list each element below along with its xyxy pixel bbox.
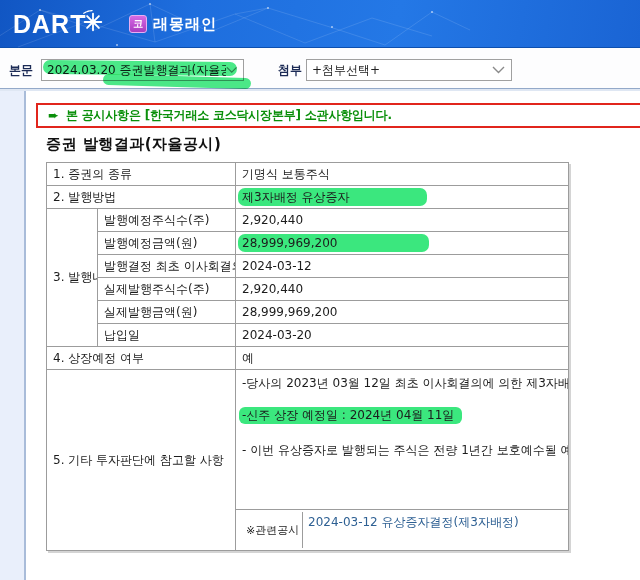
highlighted-value: 제3자배정 유상증자 — [238, 188, 427, 206]
dart-header-banner: DART 코 래몽래인 — [0, 0, 640, 48]
row-sublabel: 발행결정 최초 이사회결의일 — [98, 255, 236, 278]
dart-logo-swirl-icon — [81, 10, 105, 34]
related-disclosure-link[interactable]: 2024-03-12 유상증자결정(제3자배정) — [303, 512, 562, 548]
attachment-dropdown[interactable]: +첨부선택+ — [306, 59, 512, 81]
disclosure-table: 1. 증권의 종류 기명식 보통주식 2. 발행방법 제3자배정 유상증자 3.… — [46, 162, 569, 551]
notice-arrow-icon: ➨ — [48, 108, 59, 123]
other-notes-cell: -당사의 2023년 03월 12일 최초 이사회결의에 의한 제3자배정 유상… — [236, 370, 569, 510]
jurisdiction-notice-text: 본 공시사항은 [한국거래소 코스닥시장본부] 소관사항입니다. — [66, 107, 392, 124]
left-frame-strip — [0, 91, 26, 580]
document-selector-bar: 본문 2024.03.20 증권발행결과(자율공시) 첨부 +첨부선택+ — [0, 48, 640, 89]
table-row: 발행예정금액(원) 28,999,969,200 — [47, 232, 569, 255]
jurisdiction-notice-box: ➨ 본 공시사항은 [한국거래소 코스닥시장본부] 소관사항입니다. — [36, 103, 640, 128]
table-row: 3. 발행내역 발행예정주식수(주) 2,920,440 — [47, 209, 569, 232]
highlighted-value: 28,999,969,200 — [238, 234, 429, 252]
attachment-selected-value: +첨부선택+ — [312, 62, 380, 79]
table-row: 2. 발행방법 제3자배정 유상증자 — [47, 186, 569, 209]
table-row: 납입일 2024-03-20 — [47, 324, 569, 347]
row-value: 기명식 보통주식 — [236, 163, 569, 186]
row-label: 1. 증권의 종류 — [47, 163, 236, 186]
row-value: 2,920,440 — [236, 278, 569, 301]
row-value: 제3자배정 유상증자 — [236, 186, 569, 209]
attachment-select-label: 첨부 — [278, 62, 302, 79]
highlighted-listing-date: -신주 상장 예정일 : 2024년 04월 11일 — [239, 407, 462, 424]
related-disclosure-cell: ※관련공시 2024-03-12 유상증자결정(제3자배정) — [236, 510, 569, 551]
body-document-selected-value: 2024.03.20 증권발행결과(자율공시) — [47, 62, 226, 79]
row-label: 2. 발행방법 — [47, 186, 236, 209]
row-sublabel: 발행예정주식수(주) — [98, 209, 236, 232]
table-row: 4. 상장예정 여부 예 — [47, 347, 569, 370]
related-disclosure-label: ※관련공시 — [242, 512, 303, 548]
chevron-down-icon — [492, 66, 505, 74]
row-value: 28,999,969,200 — [236, 301, 569, 324]
table-row: 발행결정 최초 이사회결의일 2024-03-12 — [47, 255, 569, 278]
dart-logo-text: DART — [13, 10, 86, 39]
dart-viewer-page: DART 코 래몽래인 — [0, 0, 640, 580]
row-label: 5. 기타 투자판단에 참고할 사항 — [47, 370, 236, 551]
row-label: 4. 상장예정 여부 — [47, 347, 236, 370]
note-paragraph: -신주 상장 예정일 : 2024년 04월 11일 — [242, 404, 562, 427]
row-sublabel: 발행예정금액(원) — [98, 232, 236, 255]
table-row: 실제발행금액(원) 28,999,969,200 — [47, 301, 569, 324]
row-value: 2,920,440 — [236, 209, 569, 232]
row-sublabel: 실제발행주식수(주) — [98, 278, 236, 301]
row-value: 예 — [236, 347, 569, 370]
table-row: 5. 기타 투자판단에 참고할 사항 -당사의 2023년 03월 12일 최초… — [47, 370, 569, 510]
row-value: 2024-03-20 — [236, 324, 569, 347]
row-value: 2024-03-12 — [236, 255, 569, 278]
kosdaq-market-badge: 코 — [129, 15, 147, 33]
company-name: 래몽래인 — [153, 15, 217, 34]
document-content-area: ➨ 본 공시사항은 [한국거래소 코스닥시장본부] 소관사항입니다. 증권 발행… — [0, 91, 640, 580]
dart-logo: DART — [13, 8, 105, 40]
page-title: 증권 발행결과(자율공시) — [46, 135, 221, 154]
table-row: 1. 증권의 종류 기명식 보통주식 — [47, 163, 569, 186]
row-sublabel: 납입일 — [98, 324, 236, 347]
note-paragraph: -당사의 2023년 03월 12일 최초 이사회결의에 의한 제3자배정 유상… — [242, 372, 562, 395]
row-sublabel: 실제발행금액(원) — [98, 301, 236, 324]
chevron-down-icon — [226, 66, 238, 74]
body-select-label: 본문 — [9, 62, 33, 79]
row-value: 28,999,969,200 — [236, 232, 569, 255]
body-document-dropdown[interactable]: 2024.03.20 증권발행결과(자율공시) — [41, 59, 244, 81]
note-paragraph: - 이번 유상증자로 발행되는 주식은 전량 1년간 보호예수될 예정입니다. — [242, 439, 562, 462]
row-group-label: 3. 발행내역 — [47, 209, 98, 347]
table-row: 실제발행주식수(주) 2,920,440 — [47, 278, 569, 301]
